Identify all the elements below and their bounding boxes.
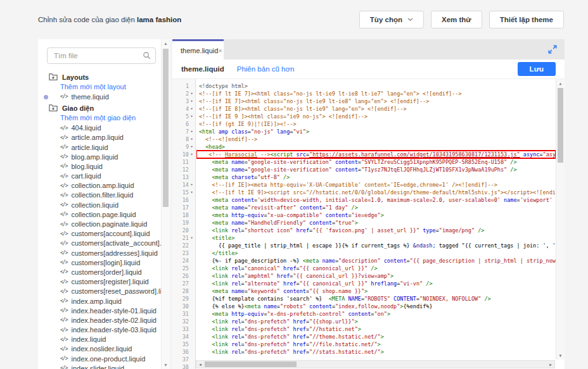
save-button[interactable]: Lưu xyxy=(518,62,556,76)
code-line[interactable]: <meta name="revisit-after" content="1 da… xyxy=(196,204,556,211)
file-item[interactable]: </>404.liquid xyxy=(38,123,161,133)
code-line[interactable]: <meta http-equiv="x-ua-compatible" conte… xyxy=(196,211,556,219)
sidebar-scrollbar[interactable]: ▲ ▼ xyxy=(161,39,170,369)
file-item[interactable]: </>index.liquid xyxy=(38,335,161,344)
code-line[interactable]: <meta name="google-site-verification" co… xyxy=(196,158,556,166)
editor-vertical-scrollbar[interactable]: ▲ ▼ xyxy=(556,79,565,360)
close-icon[interactable]: × xyxy=(218,47,222,54)
fold-marker-icon[interactable]: ▾ xyxy=(189,105,195,113)
file-item[interactable]: </>collection.paginate.liquid xyxy=(38,219,161,228)
expand-icon[interactable] xyxy=(547,44,558,54)
editor-code[interactable]: <!doctype html><!--[if lt IE 7]><html cl… xyxy=(196,79,556,369)
fold-marker-icon[interactable]: ▾ xyxy=(189,135,195,143)
file-item[interactable]: </>index.header-style-02.liquid xyxy=(38,315,161,325)
add-file-link[interactable]: Thêm mới một giao diện xyxy=(38,113,161,123)
code-line[interactable]: <!--[if lt IE 9]><script src="//hstatic.… xyxy=(196,189,556,196)
tree-section-header[interactable]: Layouts xyxy=(38,72,161,82)
fold-marker-icon[interactable]: ▾ xyxy=(189,113,195,120)
code-line[interactable]: <!--<![endif]--> xyxy=(196,135,556,143)
code-line[interactable]: <meta content='width=device-width, initi… xyxy=(196,196,556,204)
fold-marker-icon[interactable]: ▾ xyxy=(189,234,195,242)
file-item[interactable]: </>article.liquid xyxy=(38,142,161,152)
file-item[interactable]: </>blog.liquid xyxy=(38,161,161,171)
code-line[interactable]: <link rel="shortcut icon" href="{{ 'favi… xyxy=(196,227,556,234)
file-item[interactable]: </>index.one-product.liquid xyxy=(38,354,161,363)
preview-button[interactable]: Xem thử xyxy=(431,11,482,28)
code-line[interactable]: <link rel="dns-prefetch" href="//stats.h… xyxy=(196,348,556,356)
code-line[interactable]: <link rel="canonical" href="{{ canonical… xyxy=(196,265,556,272)
scroll-up-icon[interactable]: ▲ xyxy=(556,79,565,87)
editor-horizontal-scrollbar[interactable]: ◀ ▶ xyxy=(196,360,555,368)
older-versions-link[interactable]: Phiên bản cũ hơn xyxy=(237,65,295,73)
fold-marker-icon[interactable]: ▾ xyxy=(189,97,195,105)
fold-marker-icon[interactable]: ▾ xyxy=(189,143,195,151)
file-item[interactable]: </>index.header-style-01.liquid xyxy=(38,306,161,315)
file-item[interactable]: </>customers[reset_password].liquid xyxy=(38,287,161,296)
theme-settings-button[interactable]: Thiết lập theme xyxy=(489,11,564,28)
file-item[interactable]: </>theme.liquid xyxy=(38,92,161,101)
code-line[interactable]: </title> xyxy=(196,249,556,257)
code-line[interactable]: <!--[if (gt IE 9)|!(IE)]><!--> xyxy=(196,120,556,128)
file-item[interactable]: </>customers[account].liquid xyxy=(38,229,161,239)
file-item[interactable]: </>customers[order].liquid xyxy=(38,267,161,277)
code-line[interactable]: {%if template contains 'search' %} <META… xyxy=(196,295,556,303)
code-line[interactable]: <link rel="dns-prefetch" href="//theme.h… xyxy=(196,333,556,341)
code-line[interactable]: <!doctype html> xyxy=(196,82,556,90)
code-line[interactable]: <link rel="dns-prefetch" href="{{shop.ur… xyxy=(196,318,556,325)
scroll-right-icon[interactable]: ▶ xyxy=(547,361,554,368)
add-file-link[interactable]: Thêm mới một layout xyxy=(38,82,161,92)
file-item[interactable]: </>customers[register].liquid xyxy=(38,277,161,287)
code-line[interactable]: <title> xyxy=(196,234,556,242)
code-line[interactable]: <link rel="dns-prefetch" href="//file.hs… xyxy=(196,341,556,348)
fold-marker-icon[interactable]: ▾ xyxy=(189,128,195,135)
code-line[interactable]: <!--[if IE]><meta http-equiv='X-UA-Compa… xyxy=(196,181,556,189)
code-line[interactable]: <meta name="keywords" content="{{ shop.n… xyxy=(196,287,556,295)
fold-marker-icon[interactable]: ▾ xyxy=(189,90,195,97)
scroll-left-icon[interactable]: ◀ xyxy=(196,361,204,368)
file-item[interactable]: </>index.amp.liquid xyxy=(38,296,161,306)
code-line[interactable]: {{ page_title | strip_html | escape }}{%… xyxy=(196,242,556,249)
code-line[interactable]: <!--[if IE 8]><html class="no-js lt-ie9"… xyxy=(196,105,556,113)
code-line[interactable]: <!--[if lt IE 7]><html class="no-js lt-i… xyxy=(196,90,556,97)
options-button[interactable]: Tùy chọn xyxy=(359,11,424,28)
editor-hscroll-thumb[interactable] xyxy=(205,361,297,367)
code-line-highlighted[interactable]: <!-- Harasocial --><script src="https://… xyxy=(196,151,556,158)
code-line[interactable]: <meta name="google-site-verification" co… xyxy=(196,166,556,173)
scroll-up-icon[interactable]: ▲ xyxy=(162,39,170,47)
code-line[interactable]: <head> xyxy=(196,143,556,151)
file-item[interactable]: </>cart.liquid xyxy=(38,172,161,181)
code-line[interactable]: <link rel="alternate" href="{{ canonical… xyxy=(196,280,556,287)
file-item[interactable]: </>index.noslider.liquid xyxy=(38,344,161,354)
code-line[interactable]: <link rel="dns-prefetch" href="//hstatic… xyxy=(196,325,556,333)
scroll-down-icon[interactable]: ▼ xyxy=(162,361,170,369)
tree-section-header[interactable]: Giao diện xyxy=(38,103,161,113)
scroll-down-icon[interactable]: ▼ xyxy=(556,351,565,360)
file-item[interactable]: </>collection.liquid xyxy=(38,200,161,210)
fold-marker-icon[interactable]: ▾ xyxy=(189,151,195,158)
code-line[interactable]: {% else %}<meta name="robots" content="i… xyxy=(196,303,556,310)
code-line[interactable]: <meta http-equiv="x-dns-prefetch-control… xyxy=(196,310,556,318)
file-item[interactable]: </>article.amp.liquid xyxy=(38,133,161,142)
code-line[interactable]: <html amp class="no-js" lang="vi"> xyxy=(196,128,556,135)
code-line[interactable]: <!--[if IE 9 ]><html class="ie9 no-js"> … xyxy=(196,113,556,120)
fold-marker-icon[interactable]: ▾ xyxy=(189,181,195,189)
code-line[interactable]: <meta name="HandheldFriendly" content="t… xyxy=(196,219,556,227)
file-item[interactable]: </>index.header-style-03.liquid xyxy=(38,325,161,335)
code-line[interactable]: <link rel="amphtml" href="{{ canonical_u… xyxy=(196,272,556,280)
code-line[interactable]: <!--[if IE 7]><html class="no-js lt-ie9 … xyxy=(196,97,556,105)
file-item[interactable]: </>collection.amp.liquid xyxy=(38,181,161,191)
editor-vscroll-thumb[interactable] xyxy=(558,88,563,163)
file-item[interactable]: </>customers[addresses].liquid xyxy=(38,248,161,258)
file-item[interactable]: </>customers[activate_account].liquid xyxy=(38,239,161,248)
file-item[interactable]: </>index.slider.liquid xyxy=(38,363,161,369)
tab-theme-liquid[interactable]: theme.liquid × xyxy=(172,39,224,59)
search-input[interactable] xyxy=(47,47,156,64)
code-line[interactable]: {%- if page_description -%} <meta name="… xyxy=(196,257,556,265)
file-item[interactable]: </>blog.amp.liquid xyxy=(38,152,161,161)
file-item[interactable]: </>customers[login].liquid xyxy=(38,258,161,267)
sidebar-scrollbar-thumb[interactable] xyxy=(163,49,169,207)
file-item[interactable]: </>collection.filter.liquid xyxy=(38,191,161,200)
code-line[interactable]: <meta charset="utf-8" /> xyxy=(196,173,556,181)
file-item[interactable]: </>collection.page.liquid xyxy=(38,210,161,219)
fold-marker-icon[interactable]: ▾ xyxy=(189,189,195,196)
